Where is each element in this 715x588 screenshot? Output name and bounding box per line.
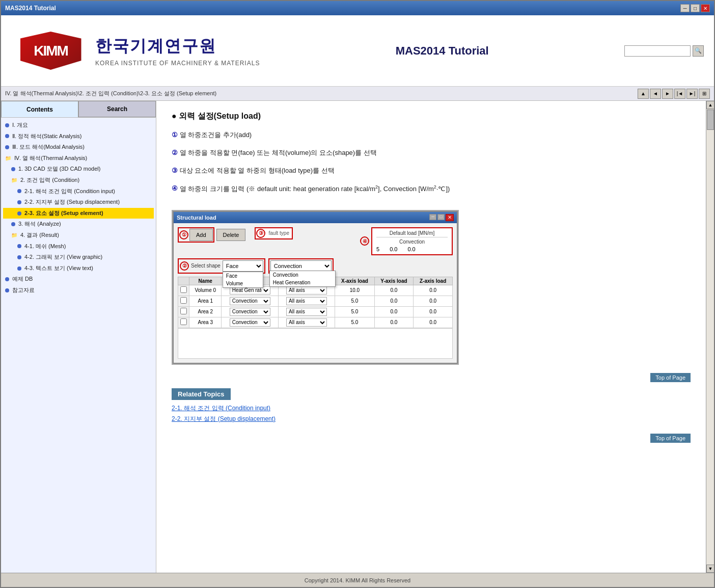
cell-check-1 [178,296,189,306]
header-center: MAS2014 Tutorial [396,44,489,58]
row-checkbox-3[interactable] [180,318,187,325]
shape-row: ② Select shape Face Volume Face [178,258,453,274]
fault-item-convection[interactable]: Convection [270,271,335,279]
sidebar-item-static[interactable]: Ⅱ. 정적 해석(Static Analysis) [3,131,154,142]
sidebar-item-cond-input[interactable]: 2-1. 해석 조건 입력 (Condition input) [3,186,154,197]
dialog-body: ① Add Delete ③ fault type [174,223,457,363]
search-input[interactable] [624,45,691,57]
step-1: ① 열 하중조건을 추가(add) [172,130,691,141]
scroll-track[interactable] [706,109,714,565]
footer: Copyright 2014. KIMM All Rights Reserved [1,573,714,587]
sidebar-item-condition[interactable]: 📁 2. 조건 입력 (Condition) [3,175,154,186]
dir-select-2[interactable]: All axis [286,308,327,316]
sidebar-item-graphic[interactable]: 4-2. 그래픽 보기 (View graphic) [3,252,154,263]
related-topics-title: Related Topics [172,388,231,400]
row-checkbox-0[interactable] [180,286,187,293]
sidebar-item-intro[interactable]: Ⅰ. 개요 [3,120,154,131]
search-icon: 🔍 [695,47,702,54]
nav-first-button[interactable]: |◄ [674,89,685,99]
sidebar-item-setup-elem[interactable]: 2-3. 요소 설정 (Setup element) [3,208,154,219]
dropdown-item-face[interactable]: Face [223,272,263,280]
logo-korean-text: 한국기계연구원 [95,35,260,58]
top-of-page-button-1[interactable]: Top of Page [650,373,691,382]
sidebar-item-analyze[interactable]: 3. 해석 (Analyze) [3,219,154,230]
scroll-up-button[interactable]: ▲ [706,101,714,109]
scroll-thumb[interactable] [707,110,714,130]
fault-item-heatgen[interactable]: Heat Generation [270,279,335,286]
delete-button[interactable]: Delete [216,229,246,241]
fault-select-1[interactable]: Convection [230,297,270,305]
sidebar-item-label-mesh: 4-1. 메쉬 (Mesh) [24,242,66,251]
default-val-3: 0.0 [407,246,415,252]
sidebar-item-label-intro: Ⅰ. 개요 [12,121,28,130]
row-checkbox-1[interactable] [180,297,187,304]
cell-y-3: 0.0 [374,317,414,328]
sidebar-item-label-reference: 참고자료 [12,286,35,295]
nav-last-button[interactable]: ►| [686,89,698,99]
dir-select-0[interactable]: All axis [286,286,327,295]
cell-name-3: Area 3 [189,317,222,328]
tab-contents[interactable]: Contents [1,101,78,117]
cell-z-2: 0.0 [414,306,453,317]
sidebar-item-setup-disp[interactable]: 2-2. 지지부 설정 (Setup displacement) [3,197,154,208]
dialog-close[interactable]: ✕ [446,214,454,221]
dir-select-3[interactable]: All axis [286,318,327,327]
sidebar-item-label-result: 4. 결과 (Result) [20,231,59,240]
shape-dropdown-container: Face Volume Face Volume [223,260,263,272]
cell-check-2 [178,306,189,317]
scroll-down-button[interactable]: ▼ [706,565,714,573]
tab-search[interactable]: Search [78,101,156,117]
logo-area: KIMM 한국기계연구원 KOREA INSTITUTE OF MACHINER… [11,24,260,77]
cell-name-2: Area 2 [189,306,222,317]
fault-type-select[interactable]: Convection Heat Generation [270,260,332,272]
add-button-callout: ① Add [178,227,214,243]
sidebar-item-cad3d[interactable]: 1. 3D CAD 모델 (3D CAD model) [3,164,154,175]
col-header-name: Name [189,277,222,285]
cell-x-1: 5.0 [335,296,374,306]
sidebar-item-mesh[interactable]: 4-1. 메쉬 (Mesh) [3,241,154,252]
default-val-2: 0.0 [390,246,397,252]
fault-select-2[interactable]: Convection [230,308,270,316]
main-area: Contents Search Ⅰ. 개요 Ⅱ. 정적 해석(Static An… [1,101,714,573]
header: KIMM 한국기계연구원 KOREA INSTITUTE OF MACHINER… [1,15,714,87]
default-load-vals: 5 0.0 0.0 [376,246,448,252]
sidebar-item-textview[interactable]: 4-3. 텍스트 보기 (View text) [3,263,154,274]
dropdown-item-volume[interactable]: Volume [223,280,263,287]
nav-up-button[interactable]: ▲ [638,89,649,99]
add-button[interactable]: Add [189,229,213,241]
sidebar-item-label-exampledb: 예제 DB [12,275,33,284]
table-row: Area 2 Convection All axis 5.0 0.0 0.0 [178,306,453,317]
nav-next-button[interactable]: ► [662,89,673,99]
maximize-button[interactable]: □ [691,4,700,12]
tree-icon-cad3d [11,167,15,171]
fault-select-3[interactable]: Convection [230,318,270,327]
sidebar-item-reference[interactable]: 참고자료 [3,285,154,296]
minimize-button[interactable]: ─ [680,4,690,12]
shape-select[interactable]: Face Volume [223,260,263,272]
tree-icon-reference [5,288,9,292]
structural-load-window: Structural load ─ □ ✕ [173,211,458,364]
row-checkbox-2[interactable] [180,308,187,314]
sidebar-item-exampledb[interactable]: 예제 DB [3,274,154,285]
logo-box: KIMM [11,24,90,77]
dir-select-1[interactable]: All axis [286,297,327,305]
dialog-maximize[interactable]: □ [437,214,445,220]
tree-icon-setup-elem [17,211,21,216]
select-shape-label: Select shape [191,263,221,269]
tree-icon-analyze [11,222,15,226]
sidebar-item-modal[interactable]: Ⅲ. 모드 해석(Modal Analysis) [3,142,154,153]
top-of-page-button-2[interactable]: Top of Page [650,434,691,443]
search-button[interactable]: 🔍 [693,45,704,57]
related-link-1[interactable]: 2-1. 해석 조건 입력 (Condition input) [172,404,691,413]
sidebar-item-result[interactable]: 📁 4. 결과 (Result) [3,230,154,241]
sidebar-item-label-modal: Ⅲ. 모드 해석(Modal Analysis) [12,143,85,152]
fault-type-label: fault type [266,230,291,236]
cell-fault-3: Convection [222,317,278,328]
dialog-minimize[interactable]: ─ [429,214,436,220]
related-link-2[interactable]: 2-2. 지지부 설정 (Setup displacement) [172,415,691,423]
nav-expand-button[interactable]: ⊞ [699,89,710,99]
section-title: ● 외력 설정(Setup load) [172,111,691,122]
sidebar-item-thermal[interactable]: 📁 Ⅳ. 열 해석(Thermal Analysis) [3,153,154,164]
nav-prev-button[interactable]: ◄ [650,89,661,99]
close-button[interactable]: ✕ [701,4,710,12]
